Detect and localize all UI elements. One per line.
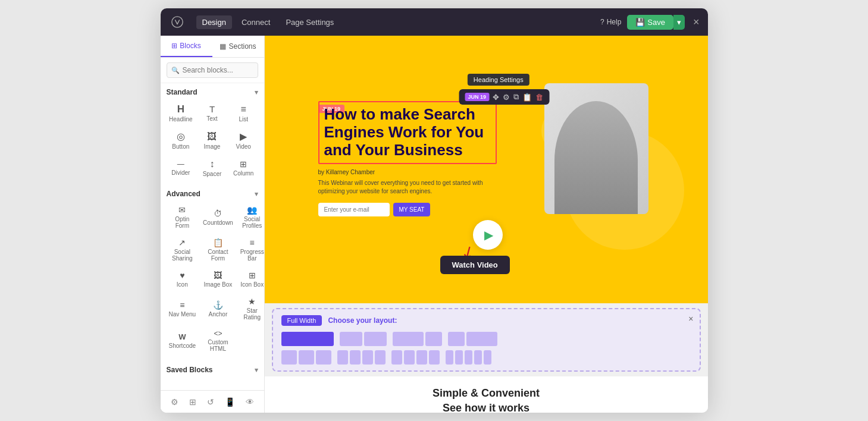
- layout-4col-variant[interactable]: [391, 350, 440, 365]
- star-rating-icon: ★: [248, 297, 256, 306]
- full-width-badge[interactable]: Full Width: [281, 315, 322, 326]
- advanced-section-header[interactable]: Advanced ▾: [167, 190, 258, 198]
- icon-box-icon: ⊞: [249, 271, 256, 279]
- block-icon[interactable]: ♥ Icon: [167, 267, 199, 291]
- layout-picker-close[interactable]: ×: [688, 314, 693, 323]
- delete-icon[interactable]: 🗑: [535, 93, 543, 102]
- block-optin-label: Optin Form: [169, 216, 196, 229]
- block-column-label: Column: [233, 170, 253, 177]
- save-button[interactable]: 💾 Save: [627, 15, 673, 30]
- button-icon: ◎: [177, 132, 185, 142]
- history-icon[interactable]: ↺: [207, 397, 214, 407]
- grid-icon[interactable]: ⊞: [189, 397, 196, 407]
- saved-blocks-header[interactable]: Saved Blocks ▾: [167, 366, 258, 374]
- top-bar-right: ? Help 💾 Save ▾ ×: [600, 15, 700, 30]
- divider-icon: —: [177, 161, 184, 168]
- nav-connect[interactable]: Connect: [236, 15, 276, 29]
- shortcode-icon: W: [178, 333, 186, 341]
- nav-menu-icon: ≡: [180, 301, 184, 309]
- block-optin-form[interactable]: ✉ Optin Form: [167, 202, 199, 232]
- hero-heading[interactable]: How to make Search Engines Work for You …: [318, 101, 497, 164]
- copy-icon[interactable]: 📋: [522, 93, 532, 102]
- person-image: [544, 83, 648, 214]
- block-social-sharing[interactable]: ↗ Social Sharing: [167, 234, 199, 265]
- help-button[interactable]: ? Help: [600, 18, 621, 26]
- nav-design[interactable]: Design: [196, 15, 232, 29]
- block-icon-box-label: Icon Box: [240, 281, 264, 288]
- hero-byline: by Killarney Chamber: [318, 169, 497, 175]
- eye-icon[interactable]: 👁: [246, 397, 254, 407]
- sidebar-tabs: ⊞ Blocks ▦ Sections: [161, 36, 264, 58]
- block-image[interactable]: 🖼 Image: [198, 128, 227, 153]
- move-icon[interactable]: ✥: [493, 93, 499, 102]
- save-dropdown-button[interactable]: ▾: [673, 15, 685, 30]
- close-button[interactable]: ×: [693, 16, 700, 29]
- block-icon-box[interactable]: ⊞ Icon Box: [238, 267, 267, 291]
- block-social-profiles[interactable]: 👥 Social Profiles: [238, 202, 267, 232]
- block-progress-bar[interactable]: ≡ Progress Bar: [238, 234, 267, 265]
- layout-full-width[interactable]: [281, 332, 334, 346]
- standard-blocks-grid: H Headline T Text ≡ List ◎ Button: [167, 100, 258, 180]
- tab-blocks[interactable]: ⊞ Blocks: [161, 36, 212, 57]
- play-button[interactable]: ▶: [473, 220, 503, 250]
- block-divider[interactable]: — Divider: [167, 155, 196, 180]
- sidebar: ⊞ Blocks ▦ Sections 🔍 Standard ▾: [161, 36, 265, 413]
- layout-5col[interactable]: [446, 350, 491, 365]
- block-contact-form[interactable]: 📋 Contact Form: [200, 234, 236, 265]
- bottom-section: Simple & Convenient See how it works: [265, 376, 708, 413]
- sidebar-bottom-toolbar: ⚙ ⊞ ↺ 📱 👁: [161, 390, 264, 413]
- search-icon: 🔍: [171, 67, 180, 74]
- layout-4col[interactable]: [337, 350, 386, 365]
- block-custom-html[interactable]: <> Custom HTML: [200, 326, 236, 355]
- save-icon: 💾: [635, 18, 645, 27]
- block-social-sharing-label: Social Sharing: [169, 249, 196, 262]
- block-image-box[interactable]: 🖼 Image Box: [200, 267, 236, 291]
- block-nav-menu[interactable]: ≡ Nav Menu: [167, 293, 199, 323]
- image-box-icon: 🖼: [214, 271, 222, 279]
- main-layout: ⊞ Blocks ▦ Sections 🔍 Standard ▾: [161, 36, 708, 413]
- list-icon: ≡: [240, 105, 246, 114]
- settings-icon[interactable]: ⚙: [171, 397, 178, 407]
- search-input[interactable]: [167, 62, 258, 78]
- mobile-icon[interactable]: 📱: [225, 397, 235, 407]
- nav-page-settings[interactable]: Page Settings: [280, 15, 340, 29]
- anchor-icon: ⚓: [213, 301, 223, 309]
- block-anchor-label: Anchor: [209, 311, 228, 318]
- block-list[interactable]: ≡ List: [229, 100, 258, 125]
- watch-video-tooltip[interactable]: Watch Video: [440, 256, 510, 274]
- block-shortcode-label: Shortcode: [169, 343, 196, 349]
- block-anchor[interactable]: ⚓ Anchor: [200, 293, 236, 323]
- layout-col-1: [340, 332, 362, 346]
- block-video[interactable]: ▶ Video: [229, 128, 258, 153]
- text-icon: T: [209, 105, 215, 114]
- layout-2col[interactable]: [340, 332, 387, 346]
- block-column[interactable]: ⊞ Column: [229, 155, 258, 180]
- layout-2col-unequal[interactable]: [393, 332, 442, 346]
- block-spacer[interactable]: ↕ Spacer: [198, 155, 227, 180]
- cta-button[interactable]: MY SEAT: [393, 203, 431, 216]
- social-sharing-icon: ↗: [178, 238, 186, 247]
- advanced-collapse-icon: ▾: [255, 190, 258, 198]
- layout-2col-unequal-rev[interactable]: [448, 332, 497, 346]
- block-list-label: List: [239, 116, 248, 122]
- layout-picker: × Full Width Choose your layout:: [272, 308, 701, 372]
- spacer-icon: ↕: [209, 159, 214, 169]
- email-input[interactable]: [318, 203, 390, 216]
- saved-blocks-section: Saved Blocks ▾: [161, 361, 264, 380]
- standard-section-header[interactable]: Standard ▾: [167, 88, 258, 96]
- layout-col-wide2: [466, 332, 497, 346]
- hero-description: This Webinar will cover everything you n…: [318, 179, 497, 196]
- block-shortcode[interactable]: W Shortcode: [167, 326, 199, 355]
- tab-sections[interactable]: ▦ Sections: [212, 36, 264, 57]
- layout-col-2: [364, 332, 387, 346]
- block-button[interactable]: ◎ Button: [167, 128, 196, 153]
- block-text[interactable]: T Text: [198, 100, 227, 125]
- block-countdown[interactable]: ⏱ Countdown: [200, 202, 236, 232]
- duplicate-icon[interactable]: ⧉: [513, 92, 519, 102]
- standard-section: Standard ▾ H Headline T Text ≡ List: [161, 83, 264, 186]
- block-headline[interactable]: H Headline: [167, 100, 196, 125]
- block-star-rating[interactable]: ★ Star Rating: [238, 293, 267, 323]
- hero-form: MY SEAT: [318, 203, 497, 216]
- layout-3col-var1[interactable]: [281, 350, 331, 365]
- settings-gear-icon[interactable]: ⚙: [503, 93, 510, 102]
